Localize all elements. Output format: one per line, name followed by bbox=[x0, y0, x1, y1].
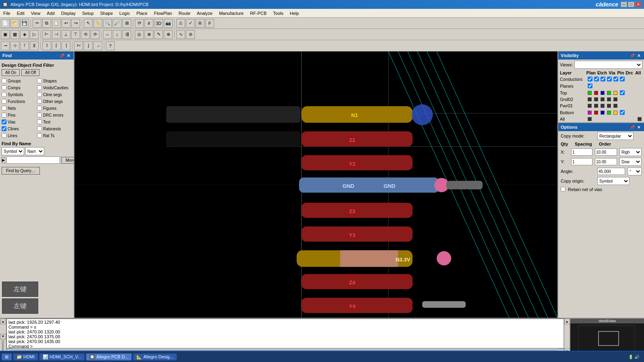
pwr03-color2[interactable] bbox=[594, 104, 598, 108]
redo-button[interactable]: ↪ bbox=[71, 19, 80, 28]
visibility-pin-button[interactable]: 📌 bbox=[630, 53, 635, 58]
bottom-color2[interactable] bbox=[594, 111, 598, 115]
tb2-btn4[interactable]: ▷ bbox=[30, 30, 39, 39]
tb2-btn13[interactable]: ⇶ bbox=[122, 30, 131, 39]
top-color1[interactable] bbox=[588, 91, 592, 95]
top-color4[interactable] bbox=[607, 91, 611, 95]
new-button[interactable]: 📄 bbox=[1, 19, 10, 28]
tb3-btn4[interactable]: ⊻ bbox=[30, 41, 39, 50]
gnd02-color1[interactable] bbox=[588, 97, 592, 101]
tb3-btn2[interactable]: ⊹ bbox=[10, 41, 19, 50]
x-spacing-input[interactable] bbox=[595, 148, 617, 156]
pwr03-color5[interactable] bbox=[613, 104, 617, 108]
find-by-query-button[interactable]: Find by Query.... bbox=[2, 167, 40, 175]
top-color2[interactable] bbox=[594, 91, 598, 95]
angle-input[interactable] bbox=[597, 168, 625, 175]
undo-button[interactable]: ↩ bbox=[62, 19, 70, 28]
drc-button[interactable]: ⚠ bbox=[176, 19, 185, 28]
tb2-btn5[interactable]: ⊢ bbox=[42, 30, 51, 39]
symbols-checkbox[interactable] bbox=[2, 92, 6, 97]
taskbar-pcb[interactable]: 🔲 Allegro PCB D... bbox=[86, 354, 132, 360]
clines-checkbox[interactable] bbox=[2, 126, 6, 131]
close-button[interactable]: ✕ bbox=[635, 2, 642, 7]
maximize-button[interactable]: □ bbox=[628, 2, 634, 7]
visibility-close-button[interactable]: ✕ bbox=[636, 53, 642, 58]
pwr03-color1[interactable] bbox=[588, 104, 592, 108]
all-on-button[interactable]: All On bbox=[2, 69, 20, 76]
voids-checkbox[interactable] bbox=[37, 85, 42, 90]
tb2-btn11[interactable]: ↔ bbox=[103, 30, 112, 39]
gnd02-color4[interactable] bbox=[607, 97, 611, 101]
rules-button[interactable]: R bbox=[196, 19, 204, 28]
gnd02-color5[interactable] bbox=[613, 97, 617, 101]
other-segs-checkbox[interactable] bbox=[37, 99, 42, 104]
options-pin-button[interactable]: 📌 bbox=[630, 124, 635, 130]
bottom-color4[interactable] bbox=[607, 111, 611, 115]
copy-origin-select[interactable]: Symbol Cursor bbox=[597, 177, 630, 185]
minimize-button[interactable]: ─ bbox=[621, 2, 627, 7]
tb3-btn5[interactable]: ⌇ bbox=[42, 41, 51, 50]
console-scroll-down[interactable]: ▼ bbox=[0, 334, 6, 339]
menu-rf-pcb[interactable]: RF-PCB bbox=[247, 10, 270, 16]
tb2-btn16[interactable]: ✎ bbox=[154, 30, 163, 39]
fab-button[interactable]: F bbox=[205, 19, 214, 28]
options-close-button[interactable]: ✕ bbox=[636, 124, 642, 130]
cline-segs-checkbox[interactable] bbox=[37, 92, 42, 97]
zoom-fit-button[interactable]: ⊞ bbox=[122, 19, 131, 28]
menu-place[interactable]: Place bbox=[133, 10, 151, 16]
menu-view[interactable]: View bbox=[28, 10, 44, 16]
pcb-canvas[interactable]: N1 Z2 Y2 GND GND Z3 Y3 bbox=[74, 51, 557, 318]
bottom-color1[interactable] bbox=[588, 111, 592, 115]
find-type-select[interactable]: Symbol Net Pin bbox=[2, 147, 24, 155]
views-select[interactable] bbox=[574, 61, 642, 69]
menu-display[interactable]: Display bbox=[58, 10, 79, 16]
grid-button[interactable]: # bbox=[144, 19, 153, 28]
menu-manufacture[interactable]: Manufacture bbox=[216, 10, 247, 16]
check-button[interactable]: ✓ bbox=[186, 19, 195, 28]
top-color3[interactable] bbox=[601, 91, 605, 95]
tb2-btn12[interactable]: ↕ bbox=[113, 30, 122, 39]
groups-checkbox[interactable] bbox=[2, 78, 6, 83]
tb2-btn14[interactable]: ◎ bbox=[135, 30, 144, 39]
nets-checkbox[interactable] bbox=[2, 106, 6, 111]
bottom-color3[interactable] bbox=[601, 111, 605, 115]
find-name-input[interactable] bbox=[6, 156, 60, 164]
cam-button[interactable]: 📷 bbox=[164, 19, 173, 28]
cond-plan-check[interactable] bbox=[588, 76, 592, 82]
pointer-button[interactable]: ↖ bbox=[84, 19, 93, 28]
taskbar-design[interactable]: 📐 Allegro Desig... bbox=[133, 354, 177, 360]
find-panel-close[interactable]: ✕ bbox=[66, 53, 71, 58]
bottom-color5[interactable] bbox=[613, 111, 617, 115]
chinese-btn-1[interactable]: 左键 bbox=[2, 282, 38, 297]
tb2-btn6[interactable]: ⊣ bbox=[52, 30, 61, 39]
menu-shape[interactable]: Shape bbox=[97, 10, 116, 16]
find-match-select[interactable]: Nam Value bbox=[25, 147, 44, 155]
ratsnests-checkbox[interactable] bbox=[37, 126, 42, 131]
pins-checkbox[interactable] bbox=[2, 113, 6, 117]
top-color5[interactable] bbox=[613, 91, 617, 95]
lines-checkbox[interactable] bbox=[2, 133, 6, 138]
pwr03-color3[interactable] bbox=[601, 104, 605, 108]
top-check[interactable] bbox=[620, 90, 625, 95]
menu-edit[interactable]: Edit bbox=[14, 10, 28, 16]
pwr03-color4[interactable] bbox=[607, 104, 611, 108]
zoom-out-button[interactable]: 🔎 bbox=[113, 19, 122, 28]
cond-drc-check[interactable] bbox=[613, 76, 618, 82]
functions-checkbox[interactable] bbox=[2, 99, 6, 104]
menu-help[interactable]: Help bbox=[287, 10, 302, 16]
cut-button[interactable]: ✂ bbox=[33, 19, 41, 28]
start-button[interactable]: ⊞ bbox=[2, 354, 12, 360]
tb3-btn8[interactable]: ✄ bbox=[74, 41, 83, 50]
refresh-button[interactable]: ⟳ bbox=[135, 19, 144, 28]
tb2-btn17[interactable]: ⊗ bbox=[164, 30, 173, 39]
bottom-check[interactable] bbox=[620, 110, 625, 115]
menu-flowplan[interactable]: FlowPlan bbox=[151, 10, 175, 16]
menu-analyze[interactable]: Analyze bbox=[194, 10, 216, 16]
menu-add[interactable]: Add bbox=[43, 10, 58, 16]
menu-tools[interactable]: Tools bbox=[270, 10, 287, 16]
retain-net-checkbox[interactable] bbox=[561, 187, 566, 192]
help-btn[interactable]: ? bbox=[106, 41, 115, 50]
tb2-btn7[interactable]: ⊥ bbox=[62, 30, 70, 39]
cond-via-check[interactable] bbox=[601, 76, 605, 82]
comps-checkbox[interactable] bbox=[2, 85, 6, 90]
